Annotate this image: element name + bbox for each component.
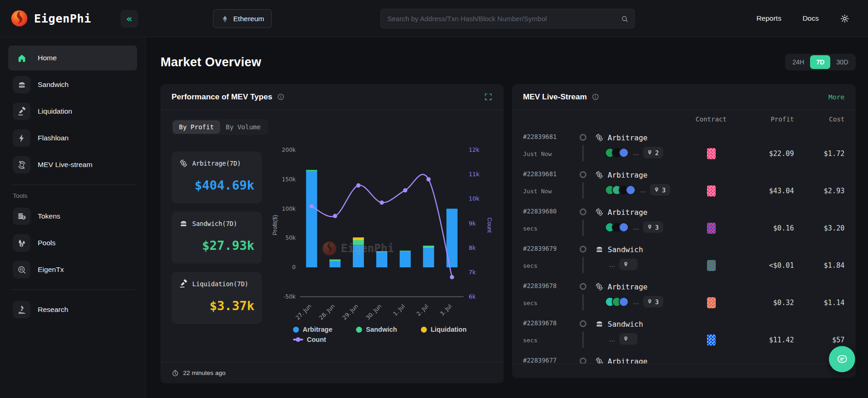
svg-text:100k: 100k [282, 206, 296, 212]
page-head: Market Overview 24H7D30D [161, 54, 856, 70]
token-icon[interactable] [619, 148, 629, 158]
legend-item-count[interactable]: Count [293, 336, 477, 343]
livestream-row[interactable]: #22839677Arbitrage [512, 352, 856, 364]
pin-count: 2 [655, 149, 659, 156]
pin-chip[interactable]: 2 [643, 147, 663, 158]
row-connector [582, 294, 584, 311]
livestream-row[interactable]: #22839679secsSandwich…<$0.01$1.84 [512, 240, 856, 277]
legend-item-arbitrage[interactable]: Arbitrage [293, 326, 332, 333]
chart-legend: ArbitrageSandwichLiquidationCount [293, 326, 477, 343]
svg-text:10k: 10k [469, 195, 480, 202]
more-link[interactable]: More [828, 93, 845, 101]
legend-item-liquidation[interactable]: Liquidation [421, 326, 466, 333]
livestream-row[interactable]: #22839681Just NowArbitrage…3$43.04$2.93 [512, 166, 856, 203]
sidebar-item-label: Tokens [38, 212, 60, 220]
block-number[interactable]: #22839678 [523, 282, 574, 289]
gavel-icon [13, 103, 30, 120]
pin-chip[interactable]: 3 [643, 221, 663, 233]
contract-blockie[interactable] [707, 148, 716, 159]
sidebar-item-research[interactable]: Research [8, 297, 137, 322]
pin-chip[interactable] [619, 333, 638, 345]
status-ring-icon [580, 246, 586, 253]
column-header-cost: Cost [794, 115, 845, 123]
stat-card-value: $404.69k [179, 178, 254, 192]
bar-arbitrage [376, 252, 387, 267]
sidebar-item-label: Liquidation [38, 107, 72, 115]
sidebar-item-liquidation[interactable]: Liquidation [8, 99, 137, 124]
sidebar-item-home[interactable]: Home [8, 46, 137, 70]
sidebar-item-sandwich[interactable]: Sandwich [8, 72, 137, 97]
contract-blockie[interactable] [707, 335, 716, 346]
legend-line-marker [293, 339, 303, 340]
stat-card-liquidation-7d: Liquidation(7D)$3.37k [172, 272, 262, 324]
performance-panel: Performance of MEV Types By ProfitBy Vol… [161, 84, 504, 383]
svg-text:1. Jul: 1. Jul [392, 303, 406, 317]
dollar-cycle-icon [595, 170, 604, 179]
bar-liquidation [353, 237, 364, 240]
token-icon[interactable] [626, 185, 636, 195]
nav-link-reports[interactable]: Reports [756, 14, 781, 23]
contract-blockie[interactable] [707, 185, 716, 196]
contract-blockie[interactable] [707, 223, 716, 234]
livestream-row[interactable]: #22839680secsArbitrage…3$0.16$3.20 [512, 203, 856, 240]
status-ring-icon [580, 283, 586, 290]
livestream-row[interactable]: #22839678secsSandwich…$11.42$57 [512, 315, 856, 352]
dollar-cycle-icon [179, 159, 188, 168]
block-number[interactable]: #22839680 [523, 208, 574, 215]
nav-link-docs[interactable]: Docs [803, 14, 819, 23]
expand-icon[interactable] [484, 92, 493, 101]
sidebar-item-pools[interactable]: $Pools [8, 231, 137, 255]
row-time: Just Now [523, 150, 574, 157]
block-number[interactable]: #22839681 [523, 170, 574, 178]
sidebar-item-flashloan[interactable]: Flashloan [8, 126, 137, 150]
sidebar-item-mev-live-stream[interactable]: MEV Live-stream [8, 152, 137, 177]
block-number[interactable]: #22839679 [523, 245, 574, 252]
livestream-row[interactable]: #22839681Just NowArbitrage…2$22.09$1.72 [512, 128, 856, 166]
pin-chip[interactable] [619, 259, 638, 270]
svg-text:200k: 200k [282, 147, 296, 153]
pin-chip[interactable]: 3 [643, 296, 663, 307]
sidebar-item-tokens[interactable]: $Tokens [8, 204, 137, 229]
search-input[interactable] [381, 15, 621, 23]
brand[interactable]: EigenPhi [10, 9, 91, 28]
block-number[interactable]: #22839678 [523, 319, 574, 327]
sidebar-item-eigentx[interactable]: EigenTx [8, 257, 137, 282]
bar-sandwich [423, 246, 434, 248]
search-box[interactable] [380, 9, 635, 29]
status-ring-icon [580, 208, 586, 215]
legend-item-sandwich[interactable]: Sandwich [356, 326, 397, 333]
dollar-cycle-icon [595, 133, 604, 142]
token-icon[interactable] [619, 222, 629, 232]
home-icon [13, 49, 30, 67]
info-icon[interactable] [592, 93, 599, 101]
block-number[interactable]: #22839677 [523, 357, 574, 364]
block-number[interactable]: #22839681 [523, 133, 574, 140]
sandwich-icon [179, 219, 188, 228]
count-point [403, 188, 407, 192]
contract-blockie[interactable] [707, 297, 716, 308]
contract-blockie[interactable] [707, 260, 716, 271]
bar-sandwich [329, 260, 340, 261]
svg-text:11k: 11k [469, 171, 480, 178]
pin-icon [647, 224, 653, 230]
tab-by-volume[interactable]: By Volume [220, 121, 267, 133]
network-select[interactable]: Ethereum [213, 9, 272, 28]
ellipsis: … [633, 224, 640, 231]
info-icon[interactable] [277, 93, 285, 101]
range-option-24h[interactable]: 24H [787, 55, 811, 69]
search-icon[interactable] [621, 15, 629, 23]
tab-by-profit[interactable]: By Profit [173, 121, 220, 133]
sidebar-collapse-button[interactable]: « [121, 10, 138, 28]
range-option-7d[interactable]: 7D [810, 55, 830, 69]
settings-gear-icon[interactable] [840, 14, 850, 23]
count-point [310, 204, 314, 208]
svg-text:2. Jul: 2. Jul [415, 303, 430, 317]
sandwich-icon [13, 76, 30, 93]
token-icon[interactable] [619, 297, 629, 307]
chat-fab[interactable] [829, 346, 855, 372]
profit-value: $43.04 [739, 170, 794, 203]
range-option-30d[interactable]: 30D [830, 55, 854, 69]
count-point [356, 183, 360, 187]
pin-chip[interactable]: 3 [650, 184, 670, 196]
livestream-row[interactable]: #22839678secsArbitrage…3$0.32$1.14 [512, 277, 856, 315]
